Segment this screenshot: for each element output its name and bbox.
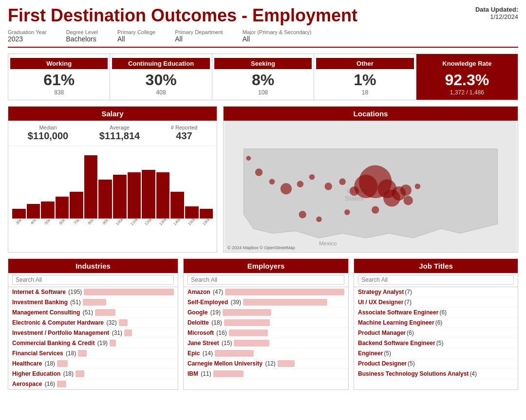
bar-label: 50k bbox=[44, 218, 51, 225]
location-bubble bbox=[297, 181, 304, 187]
list-item[interactable]: Jane Street (15) bbox=[184, 338, 348, 348]
median-stat: Median $110,000 bbox=[28, 125, 68, 142]
degree-level-value: Bachelors bbox=[66, 35, 98, 43]
industries-panel: Industries Internet & Software (195)Inve… bbox=[8, 258, 178, 390]
map-credit: © 2024 Mapbox © OpenStreetMap bbox=[227, 245, 295, 250]
list-item[interactable]: Strategy Analyst (7) bbox=[354, 287, 518, 297]
salary-bar: 190k bbox=[200, 209, 213, 224]
filter-major: Major (Primary & Secondary) All bbox=[243, 29, 312, 43]
location-bubble bbox=[400, 184, 412, 196]
salary-bar: 50k bbox=[41, 201, 55, 224]
other-pct: 1% bbox=[316, 71, 413, 89]
bar-label: 40k bbox=[30, 218, 37, 225]
list-item[interactable]: Microsoft (16) bbox=[184, 328, 348, 338]
salary-bar: 90k bbox=[98, 180, 112, 224]
list-item[interactable]: Engineer (5) bbox=[354, 348, 518, 359]
list-item[interactable]: Self-Employed (39) bbox=[184, 297, 348, 308]
stat-working: Working 61% 838 bbox=[8, 54, 110, 100]
graduation-year-value: 2023 bbox=[8, 35, 47, 43]
list-item[interactable]: Financial Services (18) bbox=[8, 348, 178, 359]
list-item[interactable]: Epic (14) bbox=[184, 348, 348, 359]
list-item[interactable]: Deloitte (18) bbox=[184, 318, 348, 328]
list-item[interactable]: Carnegie Mellon University (12) bbox=[184, 359, 348, 369]
list-item[interactable]: Aerospace (16) bbox=[8, 379, 178, 389]
list-item[interactable]: Product Designer (5) bbox=[354, 359, 518, 369]
jobtitle-name: UI / UX Designer bbox=[358, 299, 403, 306]
employers-panel: Employers Amazon (47)Self-Employed (39)G… bbox=[183, 258, 349, 390]
employer-name: Carnegie Mellon University (12) bbox=[188, 360, 276, 367]
location-bubble bbox=[309, 174, 315, 180]
major-label: Major (Primary & Secondary) bbox=[243, 29, 312, 35]
continuing-header: Continuing Education bbox=[112, 58, 209, 69]
list-item[interactable]: UI / UX Designer (7) bbox=[354, 297, 518, 308]
salary-stats: Median $110,000 Average $111,814 # Repor… bbox=[8, 121, 217, 146]
location-bubble bbox=[299, 211, 306, 218]
industries-header: Industries bbox=[8, 259, 178, 273]
reported-value: 437 bbox=[171, 130, 197, 142]
salary-bar: 40k bbox=[27, 204, 40, 224]
location-bubble bbox=[246, 156, 251, 161]
list-item[interactable]: Backend Software Engineer (5) bbox=[354, 338, 518, 348]
filter-degree-level: Degree Level Bachelors bbox=[66, 29, 98, 43]
list-item[interactable]: Product Manager (6) bbox=[354, 328, 518, 338]
industries-search-input[interactable] bbox=[12, 275, 174, 285]
jobtitle-count: (5) bbox=[408, 360, 415, 367]
jobtitle-count: (5) bbox=[384, 350, 391, 357]
list-item[interactable]: Management Consulting (51) bbox=[8, 308, 178, 318]
jobtitle-count: (7) bbox=[405, 289, 412, 295]
employer-name: Self-Employed (39) bbox=[188, 299, 241, 306]
industry-name: Financial Services (18) bbox=[12, 350, 76, 357]
list-item[interactable]: Amazon (47) bbox=[184, 287, 348, 297]
list-item[interactable]: Commercial Banking & Credit (19) bbox=[8, 338, 178, 348]
list-item[interactable]: Machine Learning Engineer (6) bbox=[354, 318, 518, 328]
list-item[interactable]: Google (19) bbox=[184, 308, 348, 318]
map-container: Mexico United States © 2024 Mapbox © Ope… bbox=[224, 121, 518, 252]
industry-bar bbox=[75, 370, 174, 377]
jobtitles-search-box bbox=[354, 273, 518, 287]
bar-label: 30k bbox=[15, 218, 22, 225]
seeking-count: 108 bbox=[214, 89, 312, 96]
location-bubble bbox=[344, 209, 350, 215]
employer-bar bbox=[234, 340, 344, 347]
salary-bar: 130k bbox=[156, 172, 170, 224]
filter-graduation-year: Graduation Year 2023 bbox=[8, 29, 47, 43]
continuing-pct: 30% bbox=[112, 71, 209, 89]
list-item[interactable]: Investment Banking (51) bbox=[8, 297, 178, 308]
industry-name: Investment / Portfolio Management (31) bbox=[12, 329, 122, 336]
list-item[interactable]: Internet & Software (195) bbox=[8, 287, 178, 297]
location-bubble bbox=[281, 183, 292, 194]
jobtitles-search-input[interactable] bbox=[358, 275, 514, 285]
seeking-pct: 8% bbox=[214, 71, 312, 89]
list-item[interactable]: Healthcare (18) bbox=[8, 359, 178, 369]
jobtitle-count: (6) bbox=[439, 309, 447, 316]
location-bubble bbox=[316, 216, 322, 222]
stat-continuing: Continuing Education 30% 408 bbox=[110, 54, 212, 100]
list-item[interactable]: Higher Education (18) bbox=[8, 369, 178, 379]
industry-bar bbox=[83, 299, 174, 306]
seeking-header: Seeking bbox=[214, 58, 312, 69]
list-item[interactable]: IBM (11) bbox=[184, 369, 348, 379]
salary-bar: 70k bbox=[70, 192, 83, 224]
employers-list[interactable]: Amazon (47)Self-Employed (39)Google (19)… bbox=[184, 287, 348, 379]
employers-search-input[interactable] bbox=[188, 275, 344, 285]
list-item[interactable]: Business Technology Solutions Analyst (4… bbox=[354, 369, 518, 379]
page-container: First Destination Outcomes - Employment … bbox=[0, 0, 526, 396]
header-row: First Destination Outcomes - Employment … bbox=[8, 6, 518, 25]
jobtitle-name: Strategy Analyst bbox=[358, 289, 404, 295]
jobtitle-name: Associate Software Engineer bbox=[358, 309, 438, 316]
list-item[interactable]: Associate Software Engineer (6) bbox=[354, 308, 518, 318]
employers-header: Employers bbox=[184, 259, 348, 273]
bottom-section: Industries Internet & Software (195)Inve… bbox=[8, 258, 518, 390]
list-item[interactable]: Electronic & Computer Hardware (32) bbox=[8, 318, 178, 328]
jobtitle-name: Machine Learning Engineer bbox=[358, 319, 434, 326]
location-bubble bbox=[404, 196, 413, 205]
jobtitles-list[interactable]: Strategy Analyst (7)UI / UX Designer (7)… bbox=[354, 287, 518, 379]
median-value: $110,000 bbox=[28, 130, 68, 142]
industries-list[interactable]: Internet & Software (195)Investment Bank… bbox=[8, 287, 178, 389]
salary-panel: Salary Median $110,000 Average $111,814 … bbox=[8, 106, 217, 253]
employer-name: Google (19) bbox=[188, 309, 221, 316]
employer-name: Deloitte (18) bbox=[188, 319, 222, 326]
list-item[interactable]: Investment / Portfolio Management (31) bbox=[8, 328, 178, 338]
jobtitles-header: Job Titles bbox=[354, 259, 518, 273]
knowledge-header: Knowledge Rate bbox=[418, 58, 516, 69]
